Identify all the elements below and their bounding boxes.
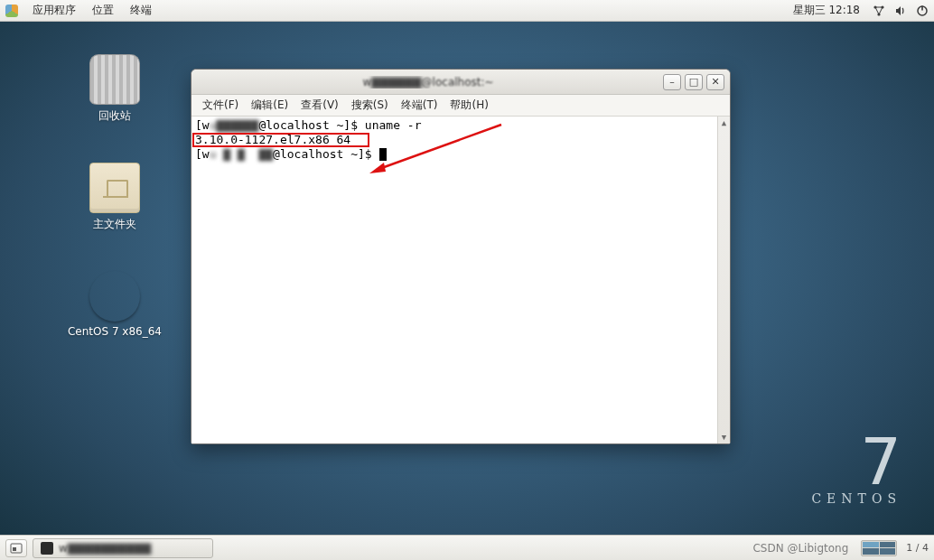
desktop-icon-home[interactable]: 主文件夹	[65, 163, 164, 232]
centos-watermark: 7 CENTOS	[811, 433, 901, 506]
svg-rect-4	[921, 5, 923, 10]
terminal-menubar: 文件(F) 编辑(E) 查看(V) 搜索(S) 终端(T) 帮助(H)	[191, 95, 730, 117]
network-icon[interactable]	[873, 5, 885, 17]
optical-disc-icon	[89, 271, 140, 322]
desktop-icon-label: CentOS 7 x86_64	[65, 325, 164, 338]
show-desktop-button[interactable]	[5, 539, 27, 557]
menu-edit[interactable]: 编辑(E)	[246, 96, 294, 115]
terminal-line-output: 3.10.0-1127.el7.x86_64	[195, 133, 726, 147]
svg-rect-8	[13, 547, 16, 551]
workspace-page-label: 1 / 4	[902, 542, 929, 554]
terminal-cursor	[379, 148, 387, 161]
menu-places[interactable]: 位置	[89, 3, 117, 18]
terminal-window: w▇▇▇▇▇▇@localhost:~ – □ ✕ 文件(F) 编辑(E) 查看…	[191, 69, 731, 444]
desktop-icon-trash[interactable]: 回收站	[65, 54, 164, 124]
taskbar-item-label: w▇▇▇▇▇▇▇▇▇▇	[59, 542, 151, 555]
centos-name: CENTOS	[811, 491, 901, 506]
csdn-watermark: CSDN @Libigtong	[752, 542, 855, 555]
scroll-down-icon[interactable]: ▼	[718, 431, 730, 443]
distro-logo-icon	[5, 5, 18, 17]
menu-applications[interactable]: 应用程序	[29, 3, 79, 18]
menu-terminal[interactable]: 终端(T)	[396, 96, 444, 115]
scroll-track[interactable]	[718, 129, 730, 431]
taskbar-item-terminal[interactable]: w▇▇▇▇▇▇▇▇▇▇	[33, 538, 213, 558]
terminal-line: [wu▇▇▇▇▇▇@localhost ~]$ uname -r	[195, 118, 726, 133]
workspace-3[interactable]	[863, 548, 879, 555]
terminal-line: [wu ▇ ▇ ▇▇@localhost ~]$	[195, 147, 726, 162]
workspace-1[interactable]	[863, 542, 879, 548]
workspace-2[interactable]	[880, 542, 896, 548]
terminal-scrollbar[interactable]: ▲ ▼	[717, 117, 730, 443]
volume-icon[interactable]	[894, 5, 907, 17]
desktop-icon-label: 主文件夹	[65, 217, 164, 232]
window-minimize-button[interactable]: –	[663, 74, 681, 90]
trash-icon	[89, 54, 140, 105]
window-close-button[interactable]: ✕	[706, 74, 724, 90]
menu-help[interactable]: 帮助(H)	[444, 96, 493, 115]
menu-file[interactable]: 文件(F)	[197, 96, 244, 115]
desktop-icon-disc[interactable]: CentOS 7 x86_64	[65, 271, 164, 338]
folder-home-icon	[89, 163, 140, 213]
terminal-icon	[41, 542, 53, 555]
window-maximize-button[interactable]: □	[685, 74, 703, 90]
workspace-4[interactable]	[880, 548, 896, 555]
top-panel: 应用程序 位置 终端 星期三 12:18	[0, 0, 934, 22]
menu-search[interactable]: 搜索(S)	[346, 96, 394, 115]
menu-view[interactable]: 查看(V)	[295, 96, 344, 115]
scroll-up-icon[interactable]: ▲	[718, 117, 730, 129]
window-titlebar[interactable]: w▇▇▇▇▇▇@localhost:~ – □ ✕	[191, 70, 730, 95]
power-icon[interactable]	[916, 5, 929, 17]
centos-version: 7	[811, 433, 901, 491]
workspace-switcher[interactable]	[861, 540, 897, 556]
window-title: w▇▇▇▇▇▇@localhost:~	[197, 76, 659, 89]
bottom-panel: w▇▇▇▇▇▇▇▇▇▇ CSDN @Libigtong 1 / 4	[0, 535, 934, 560]
terminal-content[interactable]: [wu▇▇▇▇▇▇@localhost ~]$ uname -r 3.10.0-…	[191, 117, 730, 443]
clock-label[interactable]: 星期三 12:18	[789, 3, 864, 18]
desktop-icon-label: 回收站	[65, 108, 164, 124]
menu-terminal[interactable]: 终端	[126, 3, 155, 18]
